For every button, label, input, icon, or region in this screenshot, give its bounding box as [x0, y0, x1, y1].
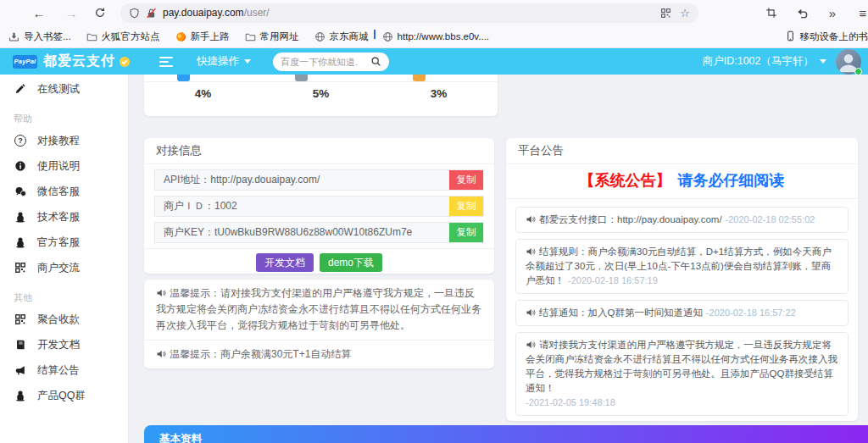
sidebar-item-product-qq-group[interactable]: 产品QQ群	[0, 383, 128, 408]
tip-text: 温馨提示：请对接我方支付渠道的用户严格遵守我方规定，一旦违反我方规定将会关闭商户…	[156, 287, 481, 331]
integration-rows: API地址：http://pay.douaipay.com/ 复制 商户ＩＤ：1…	[144, 164, 494, 248]
collapse-menu-icon[interactable]	[159, 57, 173, 67]
browser-window: ← → pay.douaipay.com/user/ ☆	[0, 0, 868, 443]
announcement-text: 结算通知：加入Q群第一时间知道通知	[539, 307, 703, 318]
bookmark-jd[interactable]: 京东商城	[314, 30, 369, 43]
import-icon	[8, 31, 19, 42]
system-notice-headline: 【系统公告】请务必仔细阅读	[506, 164, 858, 199]
sidebar-item-label: 开发文档	[37, 338, 80, 352]
speaker-icon	[156, 288, 166, 298]
copy-merchant-key-button[interactable]: 复制	[449, 223, 483, 242]
sidebar-item-settlement-notice[interactable]: 结算公告	[0, 357, 128, 383]
sidebar-item-label: 对接教程	[37, 134, 80, 148]
sidebar-item-official-support[interactable]: 官方客服	[0, 230, 128, 255]
forward-icon[interactable]: →	[63, 7, 80, 19]
search-box[interactable]	[273, 53, 389, 71]
avatar[interactable]	[836, 49, 861, 75]
qr-grid-icon	[14, 262, 27, 274]
dev-docs-button[interactable]: 开发文档	[256, 253, 314, 272]
sidebar-item-integration-tutorial[interactable]: ? 对接教程	[0, 128, 128, 153]
megaphone-icon	[14, 364, 27, 376]
announcement-item: 结算通知：加入Q群第一时间知道通知-2020-02-18 16:57:22	[515, 300, 849, 326]
bookmark-label: 导入书签...	[24, 30, 71, 43]
api-address-row: API地址：http://pay.douaipay.com/ 复制	[154, 169, 484, 191]
back-icon[interactable]: ←	[31, 7, 47, 19]
announcement-date: -2020-02-18 02:55:02	[726, 214, 815, 224]
reload-icon[interactable]	[92, 7, 108, 19]
bookmark-bbs[interactable]: http://www.bbs.e0v....	[382, 31, 489, 42]
announcements-card-title: 平台公告	[506, 138, 858, 164]
pencil-icon	[14, 83, 27, 95]
bookmark-label: 火狐官方站点	[102, 30, 160, 43]
wechat-icon	[14, 186, 27, 198]
notice-headline-text: 请务必仔细阅读	[678, 172, 785, 189]
qr-grid-icon	[14, 313, 27, 325]
stats-values-row: 4% 5% 3%	[144, 82, 498, 105]
undo-icon[interactable]	[793, 7, 810, 19]
search-input[interactable]	[281, 57, 361, 67]
sidebar-item-online-test[interactable]: 在线测试	[0, 76, 128, 102]
overflow-chevrons-icon[interactable]: »	[824, 7, 841, 19]
speaker-icon	[526, 214, 536, 224]
online-status-dot	[854, 68, 862, 75]
bookmark-getting-started[interactable]: 新手上路	[175, 30, 230, 43]
chevron-down-icon[interactable]	[820, 59, 826, 64]
bookmark-firefox-site[interactable]: 火狐官方站点	[86, 30, 160, 43]
bookmark-label: http://www.bbs.e0v....	[398, 31, 489, 42]
sidebar-item-tech-support[interactable]: 技术客服	[0, 204, 128, 230]
sidebar-item-label: 使用说明	[37, 159, 80, 174]
copy-merchant-id-button[interactable]: 复制	[449, 197, 483, 216]
sidebar-item-usage-guide[interactable]: 使用说明	[0, 153, 128, 179]
app-header: PayPal 都爱云支付 快捷操作 商户ID:1002（马宇轩）	[0, 48, 868, 75]
announcement-date: -2020-02-18 16:57:22	[706, 307, 796, 318]
bookmark-import[interactable]: 导入书签...	[8, 30, 71, 43]
announcement-item: 请对接我方支付渠道的用户严格遵守我方规定，一旦违反我方规定将会关闭商户冻结资金永…	[515, 332, 849, 416]
sidebar-section-help: 帮助	[0, 102, 128, 128]
sidebar-item-dev-docs[interactable]: 开发文档	[0, 332, 128, 357]
qr-code-icon[interactable]	[660, 8, 671, 19]
copy-api-button[interactable]: 复制	[449, 170, 483, 190]
speaker-icon	[526, 246, 536, 257]
sidebar-item-aggregate-collection[interactable]: 聚合收款	[0, 307, 128, 332]
firefox-icon	[175, 31, 186, 42]
integration-card: 对接信息 API地址：http://pay.douaipay.com/ 复制 商…	[144, 138, 494, 274]
tip-item: 温馨提示：请对接我方支付渠道的用户严格遵守我方规定，一旦违反我方规定将会关闭商户…	[144, 280, 494, 340]
brand-title: 都爱云支付	[43, 53, 115, 70]
bookmark-label: 常用网址	[260, 30, 299, 43]
announcement-date: -2021-02-05 19:48:18	[526, 396, 838, 410]
stat-value: 3%	[380, 87, 498, 100]
sidebar-item-label: 结算公告	[37, 363, 80, 378]
sidebar-item-wechat-support[interactable]: 微信客服	[0, 179, 128, 204]
menu-icon[interactable]: ≡	[854, 7, 868, 19]
tip-text: 温馨提示：商户余额满30元T+1自动结算	[170, 348, 351, 360]
merchant-account-label[interactable]: 商户ID:1002（马宇轩）	[703, 54, 814, 69]
bookmark-common-sites[interactable]: 常用网址	[245, 30, 299, 43]
basic-info-tab[interactable]: 基本资料	[144, 425, 868, 443]
screenshot-icon[interactable]	[763, 7, 780, 19]
url-path: /user/	[244, 7, 270, 19]
sidebar-item-merchant-chat[interactable]: 商户交流	[0, 255, 128, 280]
bookmark-star-icon[interactable]: ☆	[680, 7, 690, 19]
bookmark-label: 移动设备上的书	[800, 30, 868, 43]
sidebar-item-label: 商户交流	[37, 261, 80, 275]
announcement-list: 都爱云支付接口：http://pay.douaipay.com/-2020-02…	[506, 199, 858, 421]
sidebar-item-label: 聚合收款	[37, 313, 80, 327]
sidebar-item-label: 产品QQ群	[37, 389, 86, 403]
demo-download-button[interactable]: demo下载	[320, 253, 382, 272]
merchant-id-row: 商户ＩＤ：1002 复制	[154, 196, 484, 217]
stat-icon-gray	[295, 75, 308, 81]
search-icon[interactable]	[370, 56, 381, 67]
notice-headline-bracket: 【系统公告】	[580, 172, 671, 189]
url-text: pay.douaipay.com/user/	[163, 7, 270, 19]
url-bar[interactable]: pay.douaipay.com/user/ ☆	[120, 3, 698, 23]
browser-toolbar: ← → pay.douaipay.com/user/ ☆	[0, 0, 868, 25]
announcement-item: 都爱云支付接口：http://pay.douaipay.com/-2020-02…	[515, 207, 849, 233]
bookmark-mobile-devices[interactable]: 移动设备上的书	[785, 25, 868, 48]
quick-actions-menu[interactable]: 快捷操作	[197, 54, 251, 69]
sidebar-item-label: 官方客服	[37, 235, 80, 250]
integration-card-title: 对接信息	[144, 138, 494, 164]
sidebar-item-label: 微信客服	[37, 185, 80, 199]
insecure-lock-icon	[146, 8, 157, 19]
book-icon	[14, 339, 27, 351]
qq-icon	[14, 211, 27, 223]
